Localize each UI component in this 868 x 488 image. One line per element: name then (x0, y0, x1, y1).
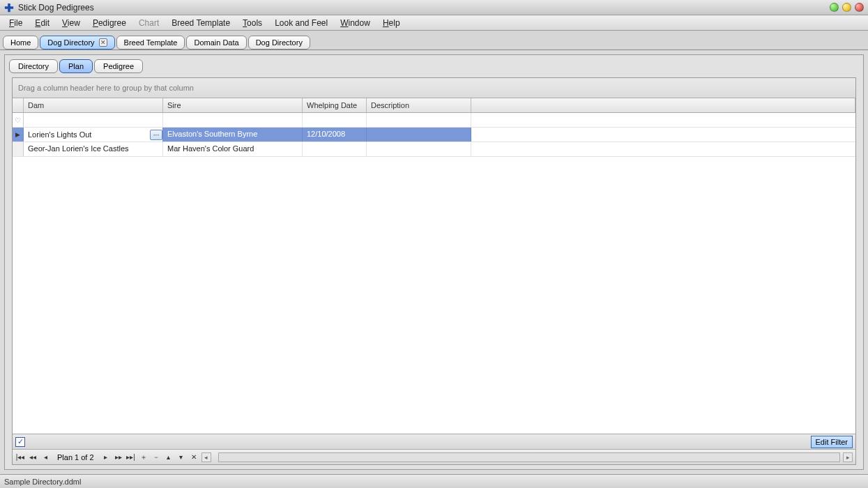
maximize-button[interactable] (842, 3, 851, 12)
nav-down-icon[interactable]: ▾ (176, 452, 186, 462)
menu-file[interactable]: File (3, 16, 29, 30)
table-row[interactable]: ▶ Lorien's Lights Out ··· Elvaston's Sou… (13, 128, 855, 142)
minimize-button[interactable] (830, 3, 839, 12)
filter-row: ♡ (13, 113, 855, 128)
menu-chart: Chart (132, 16, 165, 30)
nav-position: Plan 1 of 2 (53, 453, 98, 462)
nav-prev-icon[interactable]: ◂ (40, 452, 50, 462)
cell-dam[interactable]: Lorien's Lights Out ··· (24, 128, 163, 142)
column-header-sire[interactable]: Sire (163, 98, 303, 112)
column-header-empty (471, 98, 855, 112)
cell-sire[interactable]: Elvaston's Southern Byrne (163, 128, 303, 142)
tab-home[interactable]: Home (3, 36, 38, 49)
filter-dam[interactable] (24, 113, 163, 127)
cell-whelping-date[interactable] (303, 142, 367, 156)
column-header-dam[interactable]: Dam (24, 98, 163, 112)
scroll-left-icon[interactable]: ◂ (201, 452, 211, 462)
nav-add-icon[interactable]: ＋ (139, 452, 149, 462)
column-header-description[interactable]: Description (367, 98, 471, 112)
sub-tab-plan[interactable]: Plan (59, 59, 93, 73)
tab-breed-template[interactable]: Breed Template (116, 36, 185, 49)
menu-edit[interactable]: Edit (29, 16, 56, 30)
tab-dog-directory[interactable]: Dog Directory ✕ (40, 36, 114, 49)
menu-view[interactable]: View (56, 16, 86, 30)
menu-window[interactable]: Window (334, 16, 376, 30)
app-icon (4, 3, 14, 13)
nav-prev-page-icon[interactable]: ◂◂ (28, 452, 38, 462)
row-indicator (13, 142, 24, 156)
menu-tools[interactable]: Tools (236, 16, 268, 30)
menubar: File Edit View Pedigree Chart Breed Temp… (0, 15, 868, 31)
scroll-right-icon[interactable]: ▸ (843, 452, 853, 462)
row-indicator: ▶ (13, 128, 24, 142)
cell-dam[interactable]: Geor-Jan Lorien's Ice Castles (24, 142, 163, 156)
menu-breed-template[interactable]: Breed Template (165, 16, 236, 30)
data-grid: Drag a column header here to group by th… (12, 77, 856, 465)
row-indicator-header (13, 98, 24, 112)
filter-bar: ✓ Edit Filter (13, 434, 855, 449)
cell-whelping-date[interactable]: 12/10/2008 (303, 128, 367, 142)
inner-panel: Directory Plan Pedigree Drag a column he… (4, 54, 864, 470)
column-header-whelping-date[interactable]: Whelping Date (303, 98, 367, 112)
filter-whelping-date[interactable] (303, 113, 367, 127)
filter-checkbox[interactable]: ✓ (15, 437, 25, 447)
nav-next-icon[interactable]: ▸ (101, 452, 111, 462)
document-tabs: Home Dog Directory ✕ Breed Template Doma… (0, 31, 868, 50)
group-by-panel[interactable]: Drag a column header here to group by th… (13, 78, 855, 98)
menu-look-and-feel[interactable]: Look and Feel (268, 16, 334, 30)
content-area: Directory Plan Pedigree Drag a column he… (0, 50, 868, 474)
window-controls (830, 3, 864, 12)
horizontal-scrollbar[interactable] (218, 452, 840, 462)
close-button[interactable] (855, 3, 864, 12)
nav-last-icon[interactable]: ▸▸| (126, 452, 136, 462)
cell-dam-text: Lorien's Lights Out (28, 130, 91, 139)
status-file: Sample Directory.ddml (4, 478, 81, 486)
window-title: Stick Dog Pedigrees (18, 3, 830, 13)
close-icon[interactable]: ✕ (99, 38, 107, 47)
nav-first-icon[interactable]: |◂◂ (15, 452, 25, 462)
filter-description[interactable] (367, 113, 471, 127)
sub-tab-directory[interactable]: Directory (9, 59, 58, 73)
menu-help[interactable]: Help (376, 16, 406, 30)
statusbar: Sample Directory.ddml (0, 474, 868, 488)
sub-tabs: Directory Plan Pedigree (5, 55, 863, 73)
tab-domain-data[interactable]: Domain Data (186, 36, 246, 49)
grid-body: ♡ ▶ Lorien's Lights Out ··· Elvas (13, 113, 855, 434)
table-row[interactable]: Geor-Jan Lorien's Ice Castles Mar Haven'… (13, 142, 855, 157)
record-navigator: |◂◂ ◂◂ ◂ Plan 1 of 2 ▸ ▸▸ ▸▸| ＋ － ▴ ▾ ✕ … (13, 449, 855, 464)
filter-icon: ♡ (13, 113, 24, 127)
titlebar: Stick Dog Pedigrees (0, 0, 868, 15)
cell-description[interactable] (367, 128, 471, 142)
tab-dog-directory-2[interactable]: Dog Directory (248, 36, 310, 49)
cell-sire[interactable]: Mar Haven's Color Guard (163, 142, 303, 156)
nav-next-page-icon[interactable]: ▸▸ (114, 452, 123, 462)
filter-sire[interactable] (163, 113, 303, 127)
nav-remove-icon[interactable]: － (151, 452, 161, 462)
menu-pedigree[interactable]: Pedigree (86, 16, 132, 30)
sub-tab-pedigree[interactable]: Pedigree (94, 59, 143, 73)
nav-cancel-icon[interactable]: ✕ (189, 452, 199, 462)
nav-up-icon[interactable]: ▴ (164, 452, 174, 462)
ellipsis-button[interactable]: ··· (150, 130, 162, 140)
edit-filter-button[interactable]: Edit Filter (811, 436, 853, 448)
current-row-icon: ▶ (15, 131, 20, 138)
cell-description[interactable] (367, 142, 471, 156)
grid-header: Dam Sire Whelping Date Description (13, 98, 855, 113)
